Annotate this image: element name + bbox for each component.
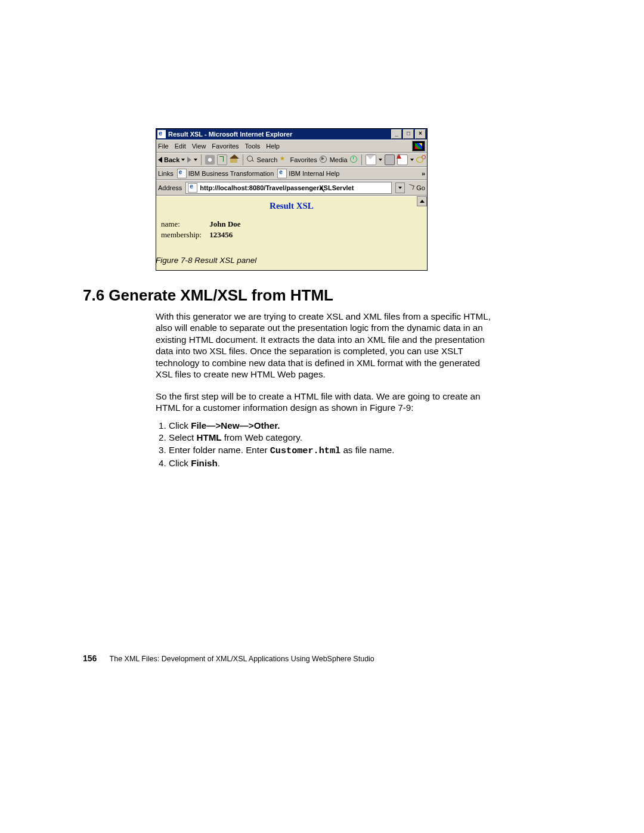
- separator: [243, 154, 243, 165]
- arrow-left-icon: [158, 157, 162, 163]
- go-arrow-icon: [408, 185, 414, 191]
- step-bold: File—>New—>Other.: [191, 420, 280, 431]
- link-ibm-internal-help[interactable]: IBM Internal Help: [277, 169, 339, 178]
- menu-file[interactable]: File: [158, 143, 169, 150]
- ie-window-title: Result XSL - Microsoft Internet Explorer: [168, 131, 391, 138]
- ie-app-icon: [157, 130, 166, 138]
- result-xsl-title: Result XSL: [161, 201, 422, 211]
- go-button[interactable]: Go: [408, 184, 425, 191]
- ie-links-bar: Links IBM Business Transformation IBM In…: [156, 167, 427, 180]
- ie-toolbar: Back Search Favorites Media: [156, 153, 427, 167]
- ie-address-bar: Address http://localhost:8080/Travel/pas…: [156, 180, 427, 196]
- address-input[interactable]: http://localhost:8080/Travel/passengerXS…: [185, 182, 392, 194]
- favorites-button[interactable]: Favorites: [280, 156, 317, 164]
- step-text: Select: [169, 432, 196, 442]
- figure-caption: Figure 7-8 Result XSL panel: [156, 256, 256, 265]
- stop-icon[interactable]: [205, 155, 214, 165]
- step-text: Click: [169, 458, 191, 468]
- name-label: name:: [161, 219, 208, 229]
- step-text: .: [218, 458, 220, 468]
- step-bold: HTML: [196, 432, 221, 442]
- page-number: 156: [83, 654, 97, 663]
- membership-label: membership:: [161, 230, 208, 240]
- chevron-down-icon: [379, 159, 382, 161]
- link-ibm-transformation[interactable]: IBM Business Transformation: [177, 169, 274, 178]
- chevron-down-icon: [398, 187, 402, 189]
- search-button[interactable]: Search: [247, 156, 278, 164]
- star-icon: [280, 156, 288, 164]
- step-text: Enter folder name. Enter: [169, 445, 270, 455]
- messenger-icon[interactable]: [416, 155, 425, 165]
- menu-edit[interactable]: Edit: [175, 143, 186, 150]
- step-1: Click File—>New—>Other.: [169, 420, 496, 431]
- step-bold: Finish: [191, 458, 218, 468]
- search-icon: [247, 156, 255, 164]
- step-text: from Web category.: [222, 432, 302, 442]
- home-icon[interactable]: [230, 155, 239, 165]
- minimize-button[interactable]: _: [391, 129, 402, 139]
- step-text: as file name.: [340, 445, 394, 455]
- step-2: Select HTML from Web category.: [169, 432, 496, 443]
- close-button[interactable]: ×: [415, 129, 426, 139]
- book-title: The XML Files: Development of XML/XSL Ap…: [110, 655, 374, 663]
- refresh-icon[interactable]: [217, 154, 227, 165]
- body-paragraph-1: With this generator we are trying to cre…: [156, 311, 496, 380]
- figure-ie-window: Result XSL - Microsoft Internet Explorer…: [156, 128, 428, 271]
- ie-titlebar: Result XSL - Microsoft Internet Explorer…: [156, 129, 427, 140]
- menu-view[interactable]: View: [192, 143, 206, 150]
- menu-favorites[interactable]: Favorites: [212, 143, 239, 150]
- name-value: John Doe: [209, 219, 240, 228]
- go-label: Go: [416, 184, 425, 191]
- history-icon[interactable]: [350, 156, 358, 164]
- scroll-up-button[interactable]: [417, 196, 427, 206]
- media-label: Media: [330, 156, 348, 163]
- media-icon: [320, 156, 328, 164]
- step-text: Click: [169, 420, 191, 431]
- media-button[interactable]: Media: [320, 156, 348, 164]
- back-button[interactable]: Back: [158, 156, 185, 163]
- step-4: Click Finish.: [169, 457, 496, 469]
- page-footer: 156 The XML Files: Development of XML/XS…: [83, 654, 374, 663]
- links-expand-button[interactable]: »: [422, 170, 425, 177]
- page-icon: [177, 169, 187, 178]
- chevron-down-icon: [194, 159, 197, 161]
- step-filename: Customer.html: [270, 445, 340, 456]
- body-paragraph-2: So the first step will be to create a HT…: [156, 391, 496, 414]
- links-label: Links: [158, 170, 174, 177]
- maximize-button[interactable]: □: [403, 129, 414, 139]
- ie-menubar: File Edit View Favorites Tools Help: [156, 140, 427, 153]
- search-label: Search: [257, 156, 278, 163]
- page-icon: [188, 183, 197, 193]
- favorites-label: Favorites: [290, 156, 317, 163]
- address-dropdown-button[interactable]: [395, 182, 405, 193]
- chevron-down-icon: [181, 159, 185, 161]
- steps-list: Click File—>New—>Other. Select HTML from…: [156, 419, 496, 470]
- address-url-text: http://localhost:8080/Travel/passengerXS…: [200, 184, 354, 191]
- link-label: IBM Business Transformation: [188, 170, 274, 177]
- menu-tools[interactable]: Tools: [245, 143, 261, 150]
- link-label: IBM Internal Help: [289, 170, 339, 177]
- print-icon[interactable]: [385, 154, 395, 165]
- chevron-down-icon: [410, 159, 414, 161]
- name-row: name: John Doe: [161, 219, 422, 229]
- section-heading: 7.6 Generate XML/XSL from HTML: [83, 286, 333, 305]
- membership-row: membership: 123456: [161, 230, 422, 240]
- menu-help[interactable]: Help: [266, 143, 280, 150]
- page-icon: [277, 169, 287, 178]
- address-label: Address: [158, 184, 182, 191]
- mail-icon[interactable]: [366, 154, 376, 165]
- separator: [201, 154, 202, 165]
- ie-throbber-icon: [412, 141, 425, 151]
- back-label: Back: [164, 156, 179, 163]
- edit-icon[interactable]: [397, 154, 407, 165]
- membership-value: 123456: [209, 230, 233, 239]
- step-3: Enter folder name. Enter Customer.html a…: [169, 444, 496, 457]
- separator: [361, 154, 362, 165]
- forward-button[interactable]: [187, 157, 191, 163]
